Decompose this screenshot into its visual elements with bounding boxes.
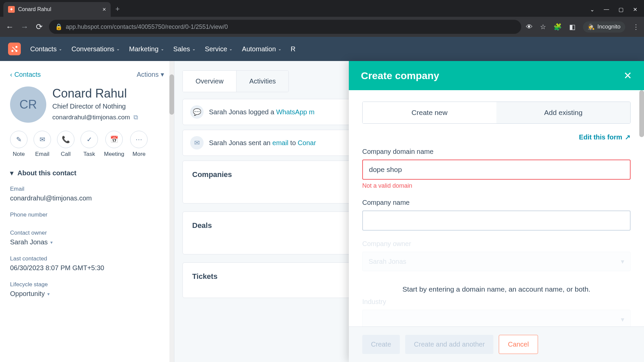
domain-error: Not a valid domain	[362, 182, 631, 189]
note-button[interactable]: ✎	[10, 131, 28, 148]
activity-link[interactable]: WhatsApp m	[276, 108, 314, 116]
panel-scrollbar[interactable]	[639, 90, 644, 326]
last-contacted-value: 06/30/2023 8:07 PM GMT+5:30	[10, 264, 164, 272]
owner-label: Contact owner	[10, 230, 164, 236]
back-icon[interactable]: ←	[5, 22, 15, 32]
contact-subtitle: Chief Director of Nothing	[52, 103, 138, 110]
nav-reports[interactable]: R	[291, 45, 296, 53]
chevron-down-icon: ▾	[621, 257, 624, 265]
address-row: ← → ⟳ 🔒 app.hubspot.com/contacts/4005575…	[0, 17, 644, 37]
close-icon[interactable]: ✕	[624, 70, 632, 81]
chevron-down-icon: ▾	[161, 70, 164, 78]
scroll-thumb[interactable]	[639, 90, 644, 137]
close-icon[interactable]: ✕	[633, 6, 637, 13]
edit-form-link[interactable]: Edit this form ↗	[579, 133, 631, 141]
contact-sidebar: ‹ Contacts Actions ▾ CR Conard Rahul Chi…	[0, 61, 174, 362]
owner-dropdown[interactable]: Sarah Jonas ▾	[362, 252, 631, 271]
copy-icon[interactable]: ⧉	[133, 114, 138, 121]
lock-icon: 🔒	[55, 23, 62, 31]
panel-header: Create company ✕	[349, 61, 644, 90]
nav-conversations[interactable]: Conversations⌄	[71, 45, 120, 53]
minimize-icon[interactable]: —	[604, 6, 609, 12]
task-button[interactable]: ✓	[80, 131, 98, 148]
tab-create-new[interactable]: Create new	[363, 102, 496, 123]
email-value[interactable]: conardrahul@timjonas.com	[10, 194, 164, 202]
email-label: Email	[10, 186, 164, 192]
sidebar-scrollbar[interactable]	[169, 61, 174, 362]
star-icon[interactable]: ☆	[540, 23, 546, 31]
tab-title: Conard Rahul	[18, 6, 99, 12]
tab-close-icon[interactable]: ×	[102, 6, 106, 13]
tab-add-existing[interactable]: Add existing	[496, 102, 630, 123]
meeting-button[interactable]: 📅	[105, 131, 123, 148]
nav-contacts[interactable]: Contacts⌄	[30, 45, 62, 53]
chevron-down-icon[interactable]: ⌄	[590, 6, 594, 13]
industry-dropdown[interactable]: ▾	[362, 310, 631, 327]
panel-title: Create company	[361, 70, 439, 81]
hubspot-logo[interactable]	[8, 43, 21, 55]
panel-footer: Create Create and add another Cancel	[349, 326, 644, 362]
avatar[interactable]: CR	[10, 86, 46, 123]
chevron-down-icon: ⌄	[59, 47, 62, 51]
create-button[interactable]: Create	[362, 335, 400, 354]
actions-dropdown[interactable]: Actions ▾	[137, 70, 164, 78]
chevron-down-icon: ▾	[621, 315, 624, 323]
incognito-badge[interactable]: 🕵️ Incognito	[583, 21, 625, 33]
industry-label: Industry	[362, 298, 631, 306]
contact-name: Conard Rahul	[52, 86, 138, 101]
activity-link[interactable]: email	[272, 139, 288, 146]
action-icons-row: ✎Note ✉Email 📞Call ✓Task 📅Meeting ⋯More	[10, 131, 164, 158]
incognito-icon: 🕵️	[588, 23, 595, 31]
nav-marketing[interactable]: Marketing⌄	[129, 45, 164, 53]
tab-activities[interactable]: Activities	[236, 71, 288, 92]
about-section-toggle[interactable]: ▾ About this contact	[10, 169, 164, 177]
create-company-panel: Create company ✕ Create new Add existing…	[349, 61, 644, 362]
phone-label: Phone number	[10, 212, 164, 218]
envelope-icon: ✉	[190, 136, 204, 149]
nav-service[interactable]: Service⌄	[205, 45, 233, 53]
kebab-icon[interactable]: ⋮	[633, 23, 639, 31]
chevron-down-icon: ⌄	[192, 47, 196, 51]
owner-value[interactable]: Sarah Jonas▾	[10, 238, 164, 246]
forward-icon[interactable]: →	[19, 22, 30, 32]
call-button[interactable]: 📞	[57, 131, 74, 148]
lifecycle-value[interactable]: Opportunity▾	[10, 290, 164, 298]
browser-chrome: ✦ Conard Rahul × + ⌄ — ▢ ✕ ← → ⟳ 🔒 app.h…	[0, 0, 644, 37]
back-to-contacts[interactable]: ‹ Contacts	[10, 71, 41, 78]
more-button[interactable]: ⋯	[130, 131, 148, 148]
app-nav: Contacts⌄ Conversations⌄ Marketing⌄ Sale…	[0, 37, 644, 61]
address-bar[interactable]: 🔒 app.hubspot.com/contacts/40055750/reco…	[49, 20, 521, 34]
scroll-thumb[interactable]	[169, 74, 174, 115]
sidepanel-icon[interactable]: ◧	[569, 23, 576, 31]
svg-point-1	[11, 50, 13, 52]
cancel-button[interactable]: Cancel	[499, 335, 538, 354]
activity-contact-link[interactable]: Conar	[298, 139, 316, 146]
whatsapp-icon: 💬	[190, 105, 204, 119]
tab-overview[interactable]: Overview	[183, 71, 236, 92]
nav-automation[interactable]: Automation⌄	[242, 45, 281, 53]
create-add-another-button[interactable]: Create and add another	[405, 335, 493, 354]
svg-point-0	[15, 46, 17, 48]
chevron-down-icon: ⌄	[229, 47, 232, 51]
maximize-icon[interactable]: ▢	[619, 6, 624, 13]
email-button[interactable]: ✉	[34, 131, 51, 148]
eye-off-icon[interactable]: 👁	[526, 23, 533, 31]
hint-text: Start by entering a domain name, an acco…	[362, 281, 631, 298]
chevron-down-icon: ⌄	[161, 47, 164, 51]
panel-tab-switch: Create new Add existing	[362, 102, 631, 124]
company-name-input[interactable]	[362, 210, 631, 231]
chevron-left-icon: ‹	[10, 71, 12, 78]
addr-icons: 👁 ☆ 🧩 ◧ 🕵️ Incognito ⋮	[526, 21, 639, 33]
nav-sales[interactable]: Sales⌄	[173, 45, 196, 53]
owner-label: Company owner	[362, 240, 631, 248]
reload-icon[interactable]: ⟳	[34, 22, 44, 32]
domain-label: Company domain name	[362, 148, 631, 156]
new-tab-button[interactable]: +	[111, 1, 124, 17]
domain-input[interactable]	[362, 160, 631, 180]
browser-tab[interactable]: ✦ Conard Rahul ×	[3, 2, 111, 17]
extensions-icon[interactable]: 🧩	[553, 23, 562, 31]
contact-email: conardrahul@timjonas.com	[52, 114, 130, 121]
url-text: app.hubspot.com/contacts/40055750/record…	[66, 23, 228, 31]
record-tabs: Overview Activities	[182, 70, 289, 92]
chevron-down-icon: ⌄	[278, 47, 281, 51]
